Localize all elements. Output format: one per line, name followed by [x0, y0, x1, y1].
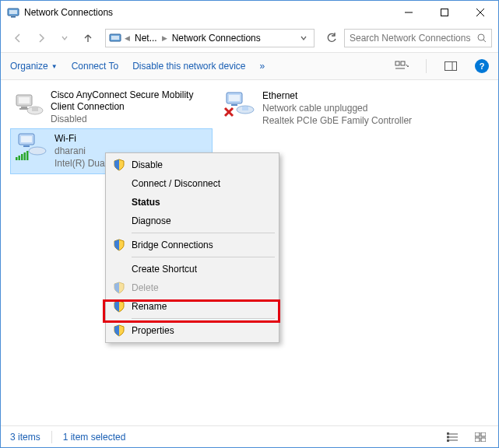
- svg-rect-14: [445, 62, 457, 71]
- connect-to-button[interactable]: Connect To: [72, 61, 119, 72]
- adapter-disabled-icon: [13, 89, 44, 121]
- ctx-status[interactable]: Status: [108, 193, 276, 212]
- ctx-properties[interactable]: Properties: [108, 321, 276, 340]
- back-button[interactable]: [7, 27, 29, 49]
- refresh-button[interactable]: [321, 29, 343, 47]
- recent-dropdown[interactable]: [54, 27, 76, 49]
- svg-rect-24: [231, 104, 237, 106]
- window-title: Network Connections: [24, 7, 391, 18]
- svg-rect-8: [111, 36, 119, 40]
- svg-rect-17: [19, 97, 30, 103]
- adapter-name: Cisco AnyConnect Secure Mobility Client …: [51, 89, 209, 113]
- command-bar: Organize▼ Connect To Disable this networ…: [1, 52, 498, 80]
- adapter-wifi-icon: [14, 132, 48, 163]
- svg-rect-47: [481, 438, 486, 442]
- adapter-name: Ethernet: [262, 89, 412, 102]
- adapter-ethernet[interactable]: Ethernet Network cable unplugged Realtek…: [219, 86, 437, 131]
- separator: [132, 257, 275, 257]
- more-commands[interactable]: »: [260, 61, 265, 72]
- large-icons-view-button[interactable]: [472, 430, 489, 444]
- ctx-delete: Delete: [108, 278, 276, 297]
- search-icon[interactable]: [477, 33, 487, 43]
- item-count: 3 items: [10, 432, 40, 443]
- svg-rect-26: [242, 107, 248, 110]
- adapter-cisco[interactable]: Cisco AnyConnect Secure Mobility Client …: [10, 86, 213, 128]
- svg-rect-21: [32, 107, 38, 111]
- svg-rect-41: [447, 432, 449, 435]
- svg-rect-44: [475, 432, 480, 436]
- svg-rect-12: [401, 61, 405, 65]
- organize-menu[interactable]: Organize▼: [10, 61, 58, 72]
- adapter-network: dharani: [54, 145, 105, 157]
- svg-rect-11: [395, 61, 399, 65]
- up-button[interactable]: [77, 27, 99, 49]
- svg-rect-2: [11, 16, 16, 18]
- search-box[interactable]: [344, 29, 492, 47]
- shield-icon: [113, 282, 125, 294]
- svg-rect-31: [23, 145, 30, 147]
- ctx-diagnose[interactable]: Diagnose: [108, 212, 276, 230]
- svg-rect-37: [26, 151, 29, 160]
- disable-device-button[interactable]: Disable this network device: [132, 61, 245, 72]
- shield-icon: [113, 239, 125, 251]
- maximize-button[interactable]: [427, 1, 462, 24]
- chevron-right-icon: ▶: [162, 34, 167, 42]
- chevron-down-icon: ▼: [51, 63, 58, 70]
- svg-rect-36: [24, 152, 26, 160]
- view-options-button[interactable]: [392, 58, 412, 75]
- svg-rect-34: [19, 156, 21, 160]
- svg-point-9: [478, 34, 484, 40]
- context-menu: Disable Connect / Disconnect Status Diag…: [105, 152, 279, 343]
- adapter-unplugged-icon: [222, 89, 256, 121]
- svg-rect-43: [447, 439, 449, 442]
- selection-count: 1 item selected: [63, 432, 126, 443]
- address-bar[interactable]: ◀ Net... ▶ Network Connections: [105, 29, 315, 47]
- app-icon: [7, 6, 19, 19]
- svg-point-32: [29, 147, 46, 155]
- ctx-bridge[interactable]: Bridge Connections: [108, 236, 276, 254]
- adapter-device: Realtek PCIe GbE Family Controller: [262, 114, 412, 127]
- shield-icon: [113, 324, 125, 337]
- breadcrumb-item[interactable]: Network Connections: [170, 33, 262, 44]
- breadcrumb-item[interactable]: Net...: [133, 33, 159, 44]
- separator: [132, 233, 275, 233]
- ctx-rename[interactable]: Rename: [108, 297, 276, 316]
- address-icon: [109, 32, 121, 44]
- divider: [51, 431, 52, 443]
- address-dropdown[interactable]: [297, 34, 311, 42]
- svg-rect-42: [447, 436, 449, 438]
- svg-rect-35: [21, 154, 23, 160]
- navbar: ◀ Net... ▶ Network Connections: [1, 24, 498, 52]
- svg-rect-30: [21, 136, 32, 142]
- svg-rect-4: [441, 9, 448, 16]
- adapter-status: Network cable unplugged: [262, 102, 412, 114]
- ctx-connect[interactable]: Connect / Disconnect: [108, 174, 276, 193]
- separator: [132, 318, 275, 319]
- titlebar: Network Connections: [1, 1, 498, 24]
- svg-rect-33: [16, 157, 18, 160]
- ctx-disable[interactable]: Disable: [108, 156, 276, 174]
- preview-pane-button[interactable]: [441, 58, 461, 75]
- divider: [426, 59, 427, 73]
- status-bar: 3 items 1 item selected: [1, 425, 498, 447]
- adapter-status: Disabled: [51, 113, 209, 125]
- forward-button[interactable]: [30, 27, 52, 49]
- close-button[interactable]: [462, 1, 498, 24]
- svg-rect-1: [9, 10, 17, 14]
- chevron-left-icon: ◀: [125, 34, 130, 42]
- svg-rect-18: [21, 107, 27, 108]
- details-view-button[interactable]: [444, 430, 461, 444]
- adapter-device: Intel(R) Dua: [54, 157, 105, 170]
- svg-rect-23: [229, 95, 240, 101]
- svg-rect-46: [475, 438, 480, 442]
- shield-icon: [113, 300, 125, 313]
- svg-rect-45: [481, 432, 486, 436]
- svg-line-10: [483, 40, 486, 42]
- minimize-button[interactable]: [391, 1, 427, 24]
- search-input[interactable]: [350, 33, 477, 44]
- help-button[interactable]: ?: [475, 59, 489, 73]
- ctx-shortcut[interactable]: Create Shortcut: [108, 260, 276, 278]
- shield-icon: [113, 159, 125, 171]
- adapter-name: Wi-Fi: [54, 132, 105, 145]
